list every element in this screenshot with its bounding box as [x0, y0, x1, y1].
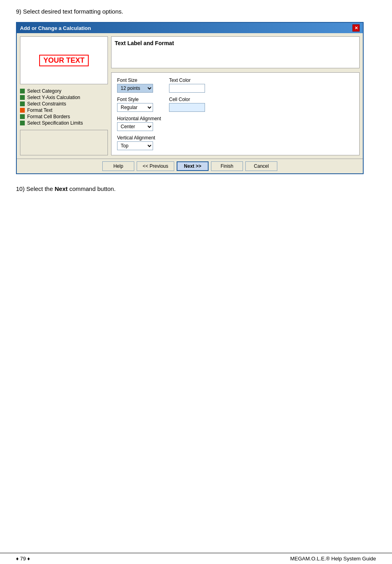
dialog-title: Add or Change a Calculation	[20, 25, 91, 31]
dot-icon-5	[20, 114, 25, 119]
dot-icon-1	[20, 89, 25, 93]
font-style-group: Font Style Regular Bold Italic Bold Ital…	[117, 97, 153, 112]
nav-item-select-spec-limits[interactable]: Select Specification Limits	[20, 120, 108, 126]
font-style-cell-color-row: Font Style Regular Bold Italic Bold Ital…	[117, 97, 354, 112]
your-text-preview: YOUR TEXT	[39, 55, 88, 66]
step10-label: 10) Select the Next command button.	[16, 185, 376, 192]
section-title: Text Label and Format	[115, 40, 356, 46]
font-size-group: Font Size 12 points 8 points 10 points 1…	[117, 77, 153, 93]
finish-button[interactable]: Finish	[211, 161, 243, 171]
nav-items-list: Select Category Select Y-Axis Calculatio…	[20, 87, 108, 127]
h-align-label: Horizontal Alignment	[117, 116, 354, 121]
dialog-window: Add or Change a Calculation ✕ YOUR TEXT …	[16, 22, 364, 174]
step10-text-before: 10) Select the	[16, 185, 55, 192]
dot-icon-3	[20, 101, 25, 106]
nav-item-select-category[interactable]: Select Category	[20, 88, 108, 94]
v-align-label: Vertical Alignment	[117, 135, 354, 141]
right-top-section: Text Label and Format	[111, 36, 360, 68]
nav-item-select-constraints[interactable]: Select Constraints	[20, 101, 108, 107]
dialog-body: YOUR TEXT Select Category Select Y-Axis …	[17, 33, 363, 159]
nav-item-label-5: Format Cell Borders	[27, 114, 70, 119]
nav-item-label-4: Format Text	[27, 107, 52, 113]
form-area: Font Size 12 points 8 points 10 points 1…	[111, 72, 360, 155]
font-style-label: Font Style	[117, 97, 153, 102]
font-size-label: Font Size	[117, 77, 153, 83]
help-button[interactable]: Help	[102, 161, 134, 171]
footer-page-number: ♦ 79 ♦	[16, 556, 30, 562]
horizontal-alignment-group: Horizontal Alignment Center Left Right	[117, 116, 354, 131]
cell-color-group: Cell Color	[169, 97, 205, 112]
step9-label: 9) Select desired text formatting option…	[16, 8, 376, 15]
step10-text-after: command button.	[68, 185, 115, 192]
dot-icon-4	[20, 108, 25, 113]
next-button[interactable]: Next >>	[177, 161, 209, 171]
cell-color-box[interactable]	[169, 103, 205, 112]
nav-item-format-text[interactable]: Format Text	[20, 107, 108, 113]
page-footer: ♦ 79 ♦ MEGAM.O.L.E.® Help System Guide	[0, 553, 392, 564]
cancel-button[interactable]: Cancel	[245, 161, 277, 171]
nav-item-label-2: Select Y-Axis Calculation	[27, 95, 80, 100]
nav-item-select-y-axis[interactable]: Select Y-Axis Calculation	[20, 95, 108, 100]
right-panel: Text Label and Format Font Size 12 point…	[111, 36, 360, 155]
nav-item-label-1: Select Category	[27, 88, 61, 94]
dot-icon-6	[20, 121, 25, 125]
nav-item-format-cell-borders[interactable]: Format Cell Borders	[20, 114, 108, 119]
text-color-box[interactable]	[169, 84, 205, 93]
dot-icon-2	[20, 95, 25, 100]
footer-title: MEGAM.O.L.E.® Help System Guide	[290, 556, 376, 562]
dialog-footer: Help << Previous Next >> Finish Cancel	[17, 159, 363, 173]
vertical-alignment-group: Vertical Alignment Top Middle Bottom	[117, 135, 354, 150]
cell-color-label: Cell Color	[169, 97, 205, 102]
preview-box: YOUR TEXT	[20, 36, 108, 84]
font-size-select[interactable]: 12 points 8 points 10 points 14 points 1…	[117, 84, 153, 93]
h-align-select[interactable]: Center Left Right	[117, 122, 153, 131]
font-size-color-row: Font Size 12 points 8 points 10 points 1…	[117, 77, 354, 93]
font-style-select[interactable]: Regular Bold Italic Bold Italic	[117, 103, 153, 112]
text-color-group: Text Color	[169, 77, 205, 93]
nav-item-label-6: Select Specification Limits	[27, 120, 83, 126]
dialog-titlebar: Add or Change a Calculation ✕	[17, 23, 363, 33]
text-color-label: Text Color	[169, 77, 205, 83]
close-button[interactable]: ✕	[352, 24, 360, 32]
step10-bold: Next	[55, 185, 68, 192]
left-panel: YOUR TEXT Select Category Select Y-Axis …	[20, 36, 108, 155]
bottom-left-box	[20, 130, 108, 155]
previous-button[interactable]: << Previous	[137, 161, 174, 171]
nav-item-label-3: Select Constraints	[27, 101, 66, 107]
v-align-select[interactable]: Top Middle Bottom	[117, 141, 153, 150]
